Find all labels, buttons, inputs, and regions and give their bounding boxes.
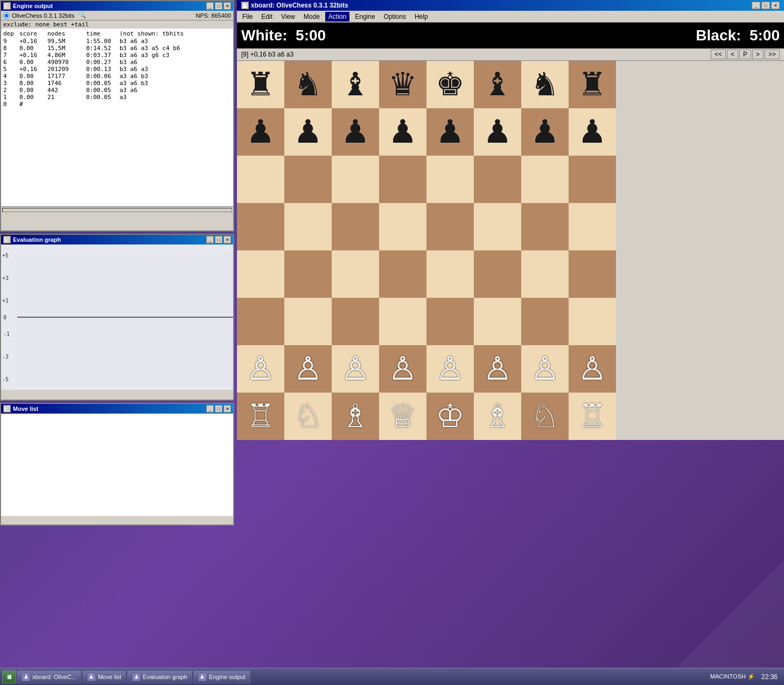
chess-square[interactable]: ♟	[379, 108, 426, 156]
chess-square[interactable]: ♙	[284, 345, 332, 393]
chess-square[interactable]	[379, 203, 426, 250]
move-maximize-button[interactable]: □	[215, 405, 222, 413]
chess-square[interactable]	[426, 203, 474, 250]
xboard-minimize-button[interactable]: _	[752, 2, 760, 9]
chess-square[interactable]: ♟	[521, 108, 569, 156]
taskbar-item-xboard[interactable]: ♟ xboard: OliveC...	[17, 670, 81, 683]
chess-square[interactable]: ♟	[237, 108, 284, 156]
chess-square[interactable]	[237, 250, 284, 298]
chess-square[interactable]	[284, 250, 332, 298]
chess-square[interactable]: ♝	[332, 61, 379, 108]
chess-square[interactable]	[569, 203, 616, 250]
chess-square[interactable]: ♛	[379, 61, 426, 108]
chess-square[interactable]: ♟	[284, 108, 332, 156]
chess-square[interactable]: ♜	[237, 61, 284, 108]
chess-square[interactable]: ♙	[237, 345, 284, 393]
chess-square[interactable]	[474, 156, 521, 203]
chess-square[interactable]	[474, 298, 521, 345]
taskbar-item-movelist[interactable]: ♟ Move list	[82, 670, 126, 683]
chess-square[interactable]	[332, 203, 379, 250]
chess-square[interactable]: ♟	[474, 108, 521, 156]
menu-engine[interactable]: Engine	[352, 12, 378, 22]
chess-square[interactable]	[237, 156, 284, 203]
chess-square[interactable]	[474, 203, 521, 250]
chess-square[interactable]	[569, 156, 616, 203]
chess-square[interactable]: ♖	[569, 393, 616, 440]
chess-square[interactable]	[379, 298, 426, 345]
chess-square[interactable]	[332, 298, 379, 345]
chess-square[interactable]	[474, 250, 521, 298]
chess-square[interactable]: ♗	[474, 393, 521, 440]
eval-minimize-button[interactable]: _	[206, 236, 214, 243]
taskbar-item-engineout[interactable]: ♟ Engine output	[193, 670, 250, 683]
nav-next-button[interactable]: >	[752, 50, 764, 59]
move-minimize-button[interactable]: _	[206, 405, 214, 413]
xboard-maximize-button[interactable]: □	[761, 2, 770, 9]
nav-end-button[interactable]: >>	[765, 50, 780, 59]
chess-square[interactable]: ♟	[426, 108, 474, 156]
minimize-button[interactable]: _	[206, 2, 214, 10]
engine-scrollbar[interactable]	[1, 206, 233, 213]
chess-square[interactable]	[426, 156, 474, 203]
chess-square[interactable]	[521, 298, 569, 345]
chess-board[interactable]: ♜♞♝♛♚♝♞♜♟♟♟♟♟♟♟♟♙♙♙♙♙♙♙♙♖♘♗♕♔♗♘♖	[237, 61, 616, 440]
chess-square[interactable]: ♙	[569, 345, 616, 393]
chess-square[interactable]: ♞	[284, 61, 332, 108]
menu-options[interactable]: Options	[381, 12, 409, 22]
chess-square[interactable]	[284, 156, 332, 203]
engine-radio[interactable]	[3, 12, 10, 19]
taskbar-item-evalgraph[interactable]: ♟ Evaluation graph	[127, 670, 192, 683]
menu-file[interactable]: File	[239, 12, 256, 22]
chess-square[interactable]	[284, 203, 332, 250]
eval-close-button[interactable]: ✕	[223, 236, 231, 243]
chess-square[interactable]	[569, 250, 616, 298]
chess-square[interactable]: ♟	[332, 108, 379, 156]
xboard-close-button[interactable]: ✕	[771, 2, 780, 9]
chess-square[interactable]: ♖	[237, 393, 284, 440]
chess-square[interactable]	[379, 250, 426, 298]
eval-maximize-button[interactable]: □	[215, 236, 222, 243]
nav-pause-button[interactable]: P	[739, 50, 751, 59]
chess-square[interactable]	[521, 250, 569, 298]
chess-square[interactable]: ♘	[521, 393, 569, 440]
chess-square[interactable]	[521, 203, 569, 250]
chess-square[interactable]: ♕	[379, 393, 426, 440]
menu-edit[interactable]: Edit	[258, 12, 276, 22]
nav-prev-button[interactable]: <	[727, 50, 738, 59]
col-score: score	[19, 30, 46, 37]
close-button[interactable]: ✕	[223, 2, 231, 10]
chess-square[interactable]	[237, 298, 284, 345]
chess-square[interactable]: ♜	[569, 61, 616, 108]
chess-square[interactable]	[521, 156, 569, 203]
xboard-titlebar: ♟ xboard: OliveChess 0.3.1 32bits _ □ ✕	[237, 0, 784, 11]
chess-square[interactable]	[332, 156, 379, 203]
chess-square[interactable]: ♗	[332, 393, 379, 440]
chess-square[interactable]: ♝	[474, 61, 521, 108]
chess-square[interactable]: ♞	[521, 61, 569, 108]
chess-square[interactable]	[569, 298, 616, 345]
menu-help[interactable]: Help	[411, 12, 431, 22]
chess-square[interactable]: ♙	[521, 345, 569, 393]
scrollbar-track[interactable]	[2, 208, 232, 212]
start-button[interactable]: 🖥	[2, 670, 16, 683]
chess-square[interactable]	[332, 250, 379, 298]
chess-square[interactable]: ♙	[426, 345, 474, 393]
menu-view[interactable]: View	[278, 12, 298, 22]
chess-square[interactable]: ♚	[426, 61, 474, 108]
chess-square[interactable]: ♙	[474, 345, 521, 393]
chess-square[interactable]	[284, 298, 332, 345]
chess-square[interactable]: ♟	[569, 108, 616, 156]
chess-square[interactable]	[426, 250, 474, 298]
chess-square[interactable]: ♔	[426, 393, 474, 440]
maximize-button[interactable]: □	[215, 2, 222, 10]
chess-square[interactable]: ♙	[332, 345, 379, 393]
nav-start-button[interactable]: <<	[711, 50, 726, 59]
chess-square[interactable]: ♙	[379, 345, 426, 393]
move-close-button[interactable]: ✕	[223, 405, 231, 413]
menu-action[interactable]: Action	[325, 12, 349, 22]
chess-square[interactable]	[379, 156, 426, 203]
menu-mode[interactable]: Mode	[300, 12, 323, 22]
chess-square[interactable]	[237, 203, 284, 250]
chess-square[interactable]	[426, 298, 474, 345]
chess-square[interactable]: ♘	[284, 393, 332, 440]
